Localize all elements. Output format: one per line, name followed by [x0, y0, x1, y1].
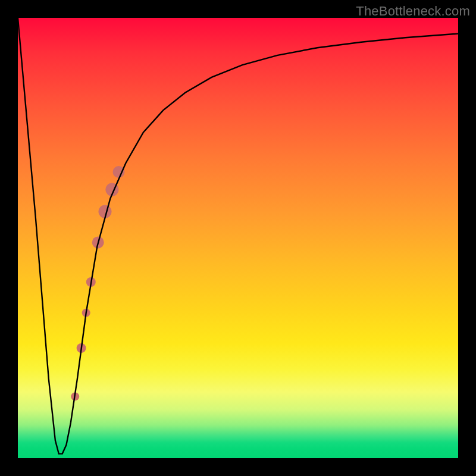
- plot-area: [18, 18, 458, 458]
- watermark-text: TheBottleneck.com: [356, 4, 470, 19]
- curve-layer: [18, 18, 458, 458]
- chart-frame: TheBottleneck.com: [0, 0, 476, 476]
- curve-marker: [113, 166, 125, 178]
- bottleneck-curve: [18, 18, 458, 454]
